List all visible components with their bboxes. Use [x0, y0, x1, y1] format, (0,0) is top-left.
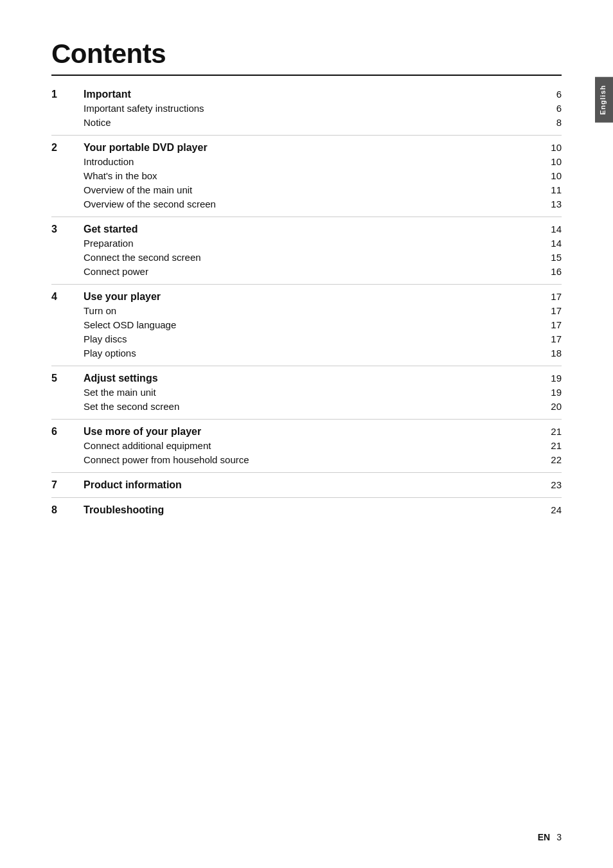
subsection-row: Set the second screen 20: [51, 400, 562, 414]
subsection-row: Connect additional equipment 21: [51, 439, 562, 453]
section-num: 5: [51, 369, 84, 385]
section-page: 21: [536, 422, 562, 439]
section-num: 1: [51, 85, 84, 102]
subsection-page: 17: [536, 304, 562, 318]
section-title-cell: Use your player: [84, 287, 536, 304]
subsection-title-cell: Play options: [84, 346, 536, 360]
subsection-page: 17: [536, 318, 562, 332]
section-title-cell: Adjust settings: [84, 369, 536, 385]
section-row: 6 Use more of your player 21: [51, 422, 562, 439]
subsection-row: Overview of the second screen 13: [51, 197, 562, 211]
section-page: 6: [536, 85, 562, 102]
subsection-page: 18: [536, 346, 562, 360]
section-page: 19: [536, 369, 562, 385]
subsection-page: 6: [536, 102, 562, 116]
section-page: 10: [536, 138, 562, 155]
subsection-row: Play discs 17: [51, 332, 562, 346]
subsection-row: Play options 18: [51, 346, 562, 360]
subsection-row: Introduction 10: [51, 155, 562, 169]
section-num: 3: [51, 220, 84, 236]
subsection-title-cell: Set the main unit: [84, 385, 536, 400]
subsection-page: 8: [536, 116, 562, 130]
section-row: 4 Use your player 17: [51, 287, 562, 304]
page-title: Contents: [51, 39, 562, 69]
subsection-page: 13: [536, 197, 562, 211]
subsection-page: 19: [536, 385, 562, 400]
subsection-page: 10: [536, 155, 562, 169]
section-page: 23: [536, 475, 562, 492]
footer-lang: EN: [538, 832, 550, 842]
section-num: 6: [51, 422, 84, 439]
section-title-cell: Use more of your player: [84, 422, 536, 439]
subsection-page: 16: [536, 265, 562, 279]
section-row: 3 Get started 14: [51, 220, 562, 236]
subsection-title-cell: Connect power from household source: [84, 453, 536, 467]
section-page: 24: [536, 500, 562, 517]
subsection-page: 11: [536, 183, 562, 197]
subsection-row: Connect power 16: [51, 265, 562, 279]
section-num: 8: [51, 500, 84, 517]
subsection-page: 20: [536, 400, 562, 414]
section-title-cell: Important: [84, 85, 536, 102]
section-row: 2 Your portable DVD player 10: [51, 138, 562, 155]
subsection-row: Preparation 14: [51, 236, 562, 251]
subsection-title-cell: What's in the box: [84, 169, 536, 183]
section-row: 1 Important 6: [51, 85, 562, 102]
section-page: 14: [536, 220, 562, 236]
subsection-title-cell: Select OSD language: [84, 318, 536, 332]
subsection-row: Set the main unit 19: [51, 385, 562, 400]
subsection-title-cell: Connect power: [84, 265, 536, 279]
subsection-row: Select OSD language 17: [51, 318, 562, 332]
section-row: 8 Troubleshooting 24: [51, 500, 562, 517]
side-tab: English: [595, 77, 613, 123]
subsection-row: Turn on 17: [51, 304, 562, 318]
subsection-title-cell: Play discs: [84, 332, 536, 346]
footer-pagenum: 3: [556, 832, 562, 842]
section-title-cell: Your portable DVD player: [84, 138, 536, 155]
section-row: 5 Adjust settings 19: [51, 369, 562, 385]
subsection-title-cell: Set the second screen: [84, 400, 536, 414]
subsection-title-cell: Overview of the second screen: [84, 197, 536, 211]
subsection-row: Important safety instructions 6: [51, 102, 562, 116]
section-num: 4: [51, 287, 84, 304]
subsection-row: What's in the box 10: [51, 169, 562, 183]
subsection-page: 15: [536, 251, 562, 265]
subsection-title-cell: Notice: [84, 116, 536, 130]
subsection-page: 10: [536, 169, 562, 183]
subsection-title-cell: Connect additional equipment: [84, 439, 536, 453]
toc-table: 1 Important 6 Important safety instructi…: [51, 76, 562, 522]
section-page: 17: [536, 287, 562, 304]
subsection-page: 21: [536, 439, 562, 453]
section-title-cell: Get started: [84, 220, 536, 236]
subsection-title-cell: Introduction: [84, 155, 536, 169]
side-tab-label: English: [599, 85, 607, 115]
subsection-title-cell: Turn on: [84, 304, 536, 318]
subsection-row: Notice 8: [51, 116, 562, 130]
subsection-title-cell: Important safety instructions: [84, 102, 536, 116]
subsection-title-cell: Preparation: [84, 236, 536, 251]
subsection-row: Connect power from household source 22: [51, 453, 562, 467]
subsection-title-cell: Overview of the main unit: [84, 183, 536, 197]
subsection-page: 14: [536, 236, 562, 251]
section-row: 7 Product information 23: [51, 475, 562, 492]
section-title-cell: Troubleshooting: [84, 500, 536, 517]
section-num: 7: [51, 475, 84, 492]
footer: EN 3: [538, 832, 562, 842]
subsection-page: 22: [536, 453, 562, 467]
subsection-title-cell: Connect the second screen: [84, 251, 536, 265]
section-title-cell: Product information: [84, 475, 536, 492]
section-num: 2: [51, 138, 84, 155]
subsection-row: Overview of the main unit 11: [51, 183, 562, 197]
subsection-page: 17: [536, 332, 562, 346]
subsection-row: Connect the second screen 15: [51, 251, 562, 265]
page-container: English Contents 1 Important 6 Important…: [0, 0, 613, 868]
